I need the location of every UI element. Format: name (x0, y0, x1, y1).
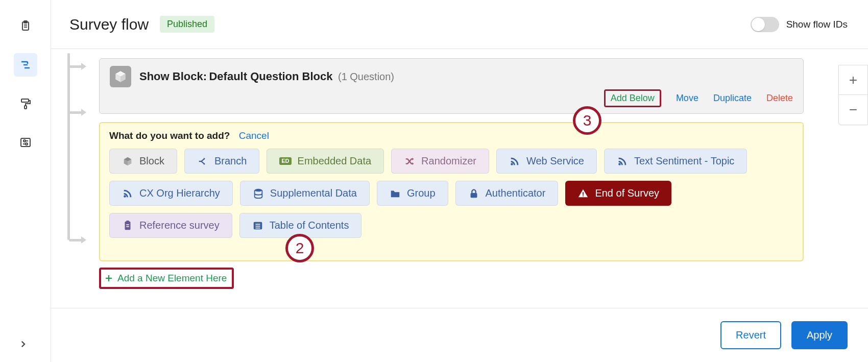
svg-rect-5 (25, 106, 27, 109)
apply-button[interactable]: Apply (791, 321, 848, 349)
zoom-out-button[interactable]: − (839, 95, 867, 125)
svg-rect-16 (583, 192, 584, 195)
revert-button[interactable]: Revert (720, 321, 781, 349)
sidebar-item-options[interactable] (14, 131, 37, 154)
svg-rect-4 (21, 99, 29, 102)
svg-rect-15 (470, 193, 477, 198)
ed-badge-icon: ED (279, 157, 291, 165)
sliders-icon (19, 136, 32, 149)
clipboard-icon (19, 20, 32, 32)
svg-rect-21 (126, 226, 129, 227)
cancel-button[interactable]: Cancel (239, 130, 269, 141)
svg-point-14 (254, 188, 262, 191)
show-flow-ids-label: Show flow IDs (786, 19, 848, 30)
folder-icon (390, 188, 401, 199)
svg-point-12 (618, 163, 621, 165)
option-embedded-data[interactable]: ED Embedded Data (267, 149, 384, 174)
picker-prompt: What do you want to add? Cancel (109, 130, 793, 141)
option-web-service[interactable]: Web Service (496, 149, 597, 174)
sidebar-item-survey[interactable] (14, 14, 37, 38)
svg-point-10 (26, 143, 28, 145)
warning-icon (577, 188, 589, 199)
block-actions: Add Below Move Duplicate Delete (110, 89, 793, 107)
option-text-sentiment[interactable]: Text Sentiment - Topic (604, 149, 747, 174)
option-supplemental[interactable]: Supplemental Data (240, 181, 370, 206)
sidebar-item-look[interactable] (14, 92, 37, 115)
option-cx-org[interactable]: CX Org Hierarchy (109, 181, 233, 206)
option-block[interactable]: Block (109, 149, 177, 174)
svg-rect-18 (125, 221, 131, 230)
option-end-of-survey[interactable]: End of Survey (565, 181, 671, 206)
svg-rect-6 (21, 138, 30, 147)
svg-rect-17 (583, 195, 584, 196)
header: Survey flow Published Show flow IDs (51, 0, 868, 49)
option-randomizer[interactable]: Randomizer (391, 149, 489, 174)
footer: Revert Apply (51, 308, 868, 362)
delete-button[interactable]: Delete (766, 93, 793, 103)
block-title: Show Block: Default Question Block (1 Qu… (139, 70, 394, 83)
zoom-controls: + − (838, 65, 868, 125)
rss-icon (122, 188, 133, 199)
add-new-element-button[interactable]: Add a New Element Here (99, 268, 234, 289)
page-title: Survey flow (69, 16, 149, 33)
svg-point-11 (511, 163, 513, 165)
option-authenticator[interactable]: Authenticator (455, 181, 559, 206)
shuffle-icon (404, 156, 415, 167)
list-icon (252, 220, 263, 231)
svg-rect-19 (126, 220, 129, 222)
element-picker: What do you want to add? Cancel Block Br… (99, 122, 804, 261)
box-icon (122, 156, 133, 167)
sidebar-expand[interactable] (18, 340, 28, 351)
block-icon (110, 66, 131, 87)
rss-icon (509, 156, 520, 167)
content-area: Show Block: Default Question Block (1 Qu… (51, 49, 868, 301)
annotation-3: 3 (573, 106, 601, 135)
rss-icon (617, 156, 628, 167)
svg-point-13 (124, 195, 126, 198)
flow-icon (19, 59, 32, 71)
annotation-2: 2 (285, 234, 314, 262)
status-badge: Published (160, 16, 214, 33)
add-below-button[interactable]: Add Below (604, 89, 661, 107)
box-icon (114, 70, 127, 83)
option-branch[interactable]: Branch (184, 149, 259, 174)
paint-roller-icon (19, 98, 32, 110)
sidebar (0, 0, 51, 362)
zoom-in-button[interactable]: + (839, 65, 867, 95)
plus-icon (104, 274, 113, 283)
svg-point-8 (23, 140, 26, 142)
svg-rect-20 (126, 224, 129, 225)
clipboard-list-icon (122, 220, 133, 231)
database-icon (253, 188, 264, 199)
move-button[interactable]: Move (676, 93, 698, 103)
flow-block-card: Show Block: Default Question Block (1 Qu… (99, 58, 804, 114)
duplicate-button[interactable]: Duplicate (713, 93, 752, 103)
show-flow-ids-toggle[interactable] (751, 17, 779, 32)
option-reference-survey[interactable]: Reference survey (109, 213, 232, 238)
sidebar-item-flow[interactable] (14, 53, 37, 77)
option-group[interactable]: Group (377, 181, 448, 206)
chevron-right-icon (18, 340, 28, 349)
lock-icon (468, 188, 479, 199)
branch-icon (197, 156, 208, 167)
